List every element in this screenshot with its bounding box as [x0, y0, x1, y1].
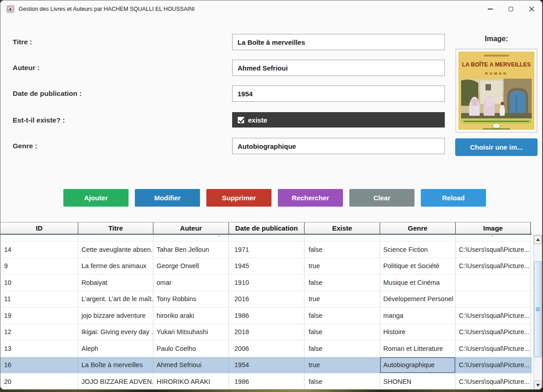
table-row[interactable]: 13AlephPaulo Coelho2006falseRoman et Lit… [0, 340, 532, 357]
choose-image-button[interactable]: Choisir une im... [455, 138, 538, 156]
table-cell[interactable]: 1986 [229, 307, 305, 324]
table-cell[interactable] [0, 236, 78, 241]
table-cell[interactable]: 1943 [229, 236, 305, 241]
table-cell[interactable]: C:\Users\squal\Picture... [456, 258, 531, 274]
table-cell[interactable]: true [305, 357, 380, 373]
maximize-button[interactable] [500, 0, 521, 18]
scroll-up-button[interactable] [534, 235, 542, 244]
column-header-existe[interactable]: Existe [305, 222, 380, 234]
auteur-input[interactable] [232, 60, 445, 76]
table-row[interactable]: 19jojo bizzare adventurehiroriko araki19… [0, 307, 532, 324]
table-cell[interactable]: false [305, 274, 380, 291]
table-cell[interactable]: C:\Users\squal\Picture... [456, 357, 531, 373]
table-cell[interactable]: 1971 [229, 241, 305, 258]
table-cell[interactable] [456, 274, 531, 291]
table-cell[interactable]: true [305, 236, 380, 241]
table-cell[interactable]: C:\Users\squal\Picture... [456, 340, 531, 357]
column-header-date-de-publication[interactable]: Date de publication [229, 222, 305, 234]
table-cell[interactable]: Politique et Société [380, 258, 456, 274]
table-cell[interactable]: Yukari Mitsuhashi [153, 324, 229, 340]
table-cell[interactable]: 16 [0, 357, 78, 373]
table-row[interactable]: 9La ferme des animauxGeorge Orwell1945tr… [0, 258, 532, 275]
table-cell[interactable]: C:\Users\squal\Picture... [456, 241, 531, 258]
table-cell[interactable]: C:\Users\squal\Picture... [456, 373, 531, 390]
table-cell[interactable]: 1910 [229, 274, 305, 291]
table-cell[interactable]: Aleph [78, 340, 153, 357]
table-cell[interactable]: Le Petit Prince [78, 236, 153, 241]
close-button[interactable] [521, 0, 542, 18]
table-cell[interactable]: false [305, 373, 380, 390]
table-cell[interactable]: Musique et Cinéma [380, 274, 456, 291]
table-cell[interactable]: Tahar Ben Jelloun [153, 241, 229, 258]
table-row[interactable]: 16La Boîte à merveillesAhmed Sefrioui195… [0, 357, 532, 374]
table-cell[interactable]: true [305, 291, 380, 307]
genre-input[interactable] [232, 138, 445, 154]
table-cell[interactable]: 11 [0, 291, 78, 307]
table-row[interactable]: Le Petit PrinceAntoine de Saint-Exup...1… [0, 236, 532, 241]
table-cell[interactable]: Antoine de Saint-Exup... [153, 236, 229, 241]
table-cell[interactable]: Dévelopement Personel [380, 291, 456, 307]
table-cell[interactable]: Tony Robbins [153, 291, 229, 307]
table-cell[interactable]: Science Fiction [380, 241, 456, 258]
table-cell[interactable] [456, 291, 531, 307]
column-header-genre[interactable]: Genre [380, 222, 456, 234]
supprimer-button[interactable]: Supprimer [206, 189, 272, 207]
table-cell[interactable]: false [305, 340, 380, 357]
table-cell[interactable]: Robaiyat [78, 274, 153, 291]
table-cell[interactable]: 9 [0, 258, 78, 274]
scroll-down-button[interactable] [534, 381, 542, 390]
rechercher-button[interactable]: Rechercher [278, 189, 343, 207]
table-row[interactable]: 20JOJO BIZZARE ADVEN...HIRORIKO ARAKI198… [0, 373, 532, 390]
table-cell[interactable]: L’argent. L’art de le maît. [78, 291, 153, 307]
table-cell[interactable]: hiroriko araki [153, 307, 229, 324]
table-cell[interactable]: HIRORIKO ARAKI [153, 373, 229, 390]
table-cell[interactable]: 2018 [229, 324, 305, 340]
table-cell[interactable]: Autobiographique [380, 357, 456, 373]
minimize-button[interactable] [480, 0, 500, 18]
reload-button[interactable]: Reload [421, 189, 486, 207]
table-cell[interactable]: jojo bizzare adventure [78, 307, 153, 324]
table-cell[interactable]: false [305, 241, 380, 258]
table-row[interactable]: 11L’argent. L’art de le maît.Tony Robbin… [0, 291, 532, 308]
table-cell[interactable]: Cette aveuglante absen... [78, 241, 153, 258]
table-cell[interactable]: manga [380, 307, 456, 324]
table-cell[interactable]: omar [153, 274, 229, 291]
table-cell[interactable]: 1954 [229, 357, 305, 373]
table-cell[interactable]: 12 [0, 324, 78, 340]
table-cell[interactable]: Ikigai: Giving every day .. [78, 324, 153, 340]
table-cell[interactable]: Fiction [380, 236, 456, 241]
table-cell[interactable]: Paulo Coelho [153, 340, 229, 357]
column-header-titre[interactable]: Titre [78, 222, 153, 234]
scrollbar-thumb[interactable] [534, 261, 542, 357]
table-cell[interactable]: 20 [0, 373, 78, 390]
titre-input[interactable] [232, 34, 445, 50]
table-cell[interactable]: SHONEN [380, 373, 456, 390]
table-cell[interactable]: C:\Users\squal\Picture... [456, 236, 531, 241]
table-row[interactable]: 12Ikigai: Giving every day ..Yukari Mits… [0, 324, 532, 341]
date-publication-input[interactable] [232, 85, 445, 102]
table-cell[interactable]: Ahmed Sefrioui [153, 357, 229, 373]
table-cell[interactable]: false [305, 307, 380, 324]
table-cell[interactable]: 13 [0, 340, 78, 357]
ajouter-button[interactable]: Ajouter [63, 189, 129, 207]
table-cell[interactable]: JOJO BIZZARE ADVEN... [78, 373, 153, 390]
table-cell[interactable]: C:\Users\squal\Picture... [456, 307, 531, 324]
modifier-button[interactable]: Modifier [135, 189, 200, 207]
column-header-id[interactable]: ID [0, 222, 78, 234]
table-row[interactable]: 10Robaiyatomar1910falseMusique et Cinéma [0, 274, 532, 291]
clear-button[interactable]: Clear [349, 189, 414, 207]
column-header-image[interactable]: Image [456, 222, 531, 234]
table-cell[interactable]: Roman et Litterature [380, 340, 456, 357]
vertical-scrollbar[interactable] [533, 235, 542, 390]
table-cell[interactable]: 10 [0, 274, 78, 291]
table-cell[interactable]: George Orwell [153, 258, 229, 274]
table-cell[interactable]: 14 [0, 241, 78, 258]
table-cell[interactable]: Histoire [380, 324, 456, 340]
table-cell[interactable]: La Boîte à merveilles [78, 357, 153, 373]
table-cell[interactable]: 19 [0, 307, 78, 324]
table-cell[interactable]: 2006 [229, 340, 305, 357]
table-row[interactable]: 14Cette aveuglante absen...Tahar Ben Jel… [0, 241, 532, 258]
table-cell[interactable]: La ferme des animaux [78, 258, 153, 274]
existe-checkbox[interactable] [238, 117, 244, 123]
table-cell[interactable]: 2016 [229, 291, 305, 307]
